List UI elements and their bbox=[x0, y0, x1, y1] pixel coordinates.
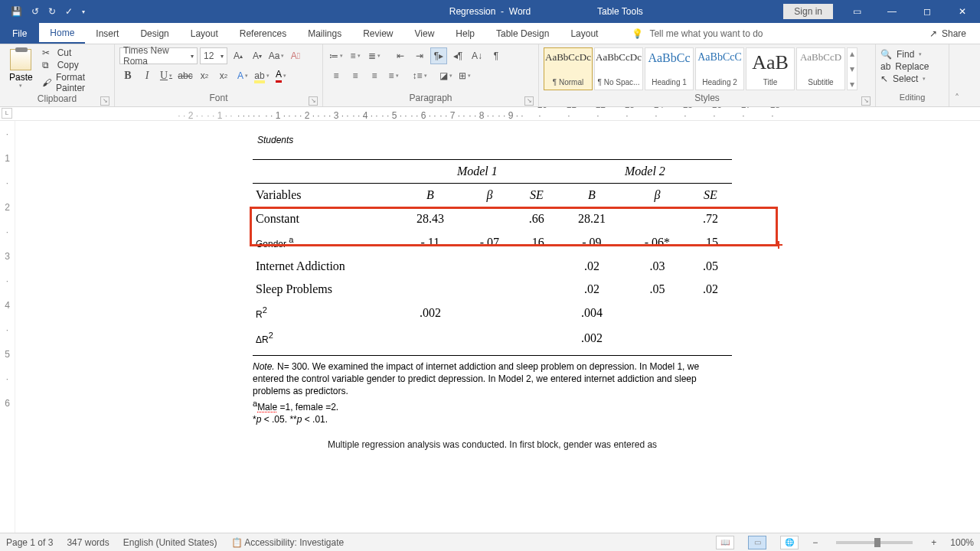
style-heading1[interactable]: AaBbCcHeading 1 bbox=[645, 47, 694, 90]
tab-insert[interactable]: Insert bbox=[85, 23, 129, 44]
maximize-icon[interactable]: ◻ bbox=[910, 0, 945, 23]
body-paragraph[interactable]: Multiple regression analysis was conduct… bbox=[253, 439, 732, 450]
tab-help[interactable]: Help bbox=[445, 23, 485, 44]
word-count[interactable]: 347 words bbox=[67, 537, 109, 548]
bullets-button[interactable]: ≔ bbox=[328, 47, 345, 64]
read-mode-button[interactable]: 📖 bbox=[716, 536, 734, 549]
tab-selector[interactable]: L bbox=[2, 108, 12, 119]
style-no-spacing[interactable]: AaBbCcDc¶ No Spac... bbox=[594, 47, 643, 90]
collapse-ribbon-button[interactable]: ˄ bbox=[949, 44, 965, 106]
tab-design[interactable]: Design bbox=[129, 23, 179, 44]
zoom-slider[interactable] bbox=[836, 541, 913, 544]
align-center-button[interactable]: ≡ bbox=[347, 67, 364, 84]
horizontal-ruler[interactable]: L · · 2 · ·· · 1 · · · · · · ·· · 1 · ··… bbox=[0, 107, 980, 121]
tellme-input[interactable]: Tell me what you want to do bbox=[649, 28, 763, 39]
tab-home[interactable]: Home bbox=[39, 23, 85, 44]
tab-references[interactable]: References bbox=[229, 23, 297, 44]
borders-button[interactable]: ⊞ bbox=[456, 67, 473, 84]
zoom-level[interactable]: 100% bbox=[950, 537, 974, 548]
decrease-indent-button[interactable]: ⇤ bbox=[392, 47, 409, 64]
redo-icon[interactable]: ↻ bbox=[48, 6, 56, 17]
tab-file[interactable]: File bbox=[0, 23, 39, 44]
justify-button[interactable]: ≡ bbox=[385, 67, 402, 84]
language-indicator[interactable]: English (United States) bbox=[123, 537, 217, 548]
replace-button[interactable]: abReplace bbox=[880, 61, 929, 72]
undo-icon[interactable]: ↺ bbox=[31, 6, 39, 17]
select-button[interactable]: ↖Select ▾ bbox=[880, 73, 926, 84]
line-spacing-button[interactable]: ↕≡ bbox=[411, 67, 428, 84]
align-left-button[interactable]: ≡ bbox=[328, 67, 345, 84]
minimize-icon[interactable]: — bbox=[874, 0, 910, 23]
copy-button[interactable]: ⧉Copy bbox=[42, 60, 109, 70]
save-icon[interactable]: 💾 bbox=[11, 6, 22, 17]
highlight-button[interactable]: ab bbox=[253, 67, 270, 84]
style-normal[interactable]: AaBbCcDc¶ Normal bbox=[544, 47, 593, 90]
font-name-select[interactable]: Times New Roma▾ bbox=[119, 47, 198, 64]
model2-header[interactable]: Model 2 bbox=[558, 160, 732, 184]
style-subtitle[interactable]: AaBbCcDSubtitle bbox=[796, 47, 845, 90]
paste-button[interactable]: Paste ▾ bbox=[5, 47, 38, 90]
tab-review[interactable]: Review bbox=[352, 23, 403, 44]
model1-header[interactable]: Model 1 bbox=[397, 160, 558, 184]
cut-button[interactable]: ✂Cut bbox=[42, 47, 109, 58]
font-color-button[interactable]: A bbox=[273, 67, 289, 84]
ltr-button[interactable]: ¶▸ bbox=[430, 47, 447, 64]
subscript-button[interactable]: x2 bbox=[196, 67, 213, 84]
font-dialog-icon[interactable]: ↘ bbox=[309, 96, 318, 106]
underline-button[interactable]: U bbox=[158, 67, 175, 84]
paragraph-dialog-icon[interactable]: ↘ bbox=[524, 96, 534, 106]
print-layout-button[interactable]: ▭ bbox=[748, 536, 766, 549]
share-button[interactable]: ↗ Share bbox=[929, 23, 966, 44]
page[interactable]: Students Model 1 Model 2 Variables B β S… bbox=[176, 121, 808, 465]
clear-formatting-button[interactable]: A⃠ bbox=[287, 47, 304, 64]
group-font: Times New Roma▾ 12▾ A▴ A▾ Aa A⃠ B I U ab… bbox=[115, 44, 323, 106]
multilevel-button[interactable]: ≣ bbox=[366, 47, 383, 64]
regression-table: Model 1 Model 2 Variables B β SE B β SE … bbox=[253, 159, 732, 350]
strike-button[interactable]: abc bbox=[177, 67, 194, 84]
font-size-select[interactable]: 12▾ bbox=[200, 47, 227, 64]
text-effects-button[interactable]: A bbox=[234, 67, 251, 84]
tab-layout[interactable]: Layout bbox=[180, 23, 229, 44]
tab-mailings[interactable]: Mailings bbox=[297, 23, 352, 44]
superscript-button[interactable]: x2 bbox=[215, 67, 232, 84]
increase-indent-button[interactable]: ⇥ bbox=[411, 47, 428, 64]
proofing-icon[interactable]: ✓ bbox=[65, 6, 73, 17]
change-case-button[interactable]: Aa bbox=[268, 47, 285, 64]
bold-button[interactable]: B bbox=[119, 67, 136, 84]
clipboard-dialog-icon[interactable]: ↘ bbox=[100, 96, 109, 106]
shading-button[interactable]: ◪ bbox=[437, 67, 454, 84]
document-workspace[interactable]: Students Model 1 Model 2 Variables B β S… bbox=[15, 121, 980, 533]
tellme-icon: 💡 bbox=[632, 28, 643, 39]
styles-dialog-icon[interactable]: ↘ bbox=[861, 96, 871, 106]
style-title[interactable]: AaBTitle bbox=[746, 47, 795, 90]
sign-in-button[interactable]: Sign in bbox=[783, 4, 833, 19]
tab-table-layout[interactable]: Layout bbox=[560, 23, 609, 44]
accessibility-status[interactable]: 📋 Accessibility: Investigate bbox=[231, 537, 345, 548]
styles-scroll[interactable]: ▴▾▾ bbox=[847, 47, 858, 90]
ribbon-display-icon[interactable]: ▭ bbox=[839, 0, 874, 23]
page-indicator[interactable]: Page 1 of 3 bbox=[6, 537, 53, 548]
shrink-font-button[interactable]: A▾ bbox=[249, 47, 266, 64]
close-icon[interactable]: ✕ bbox=[945, 0, 980, 23]
align-right-button[interactable]: ≡ bbox=[366, 67, 383, 84]
tab-view[interactable]: View bbox=[404, 23, 446, 44]
zoom-in-button[interactable]: + bbox=[931, 537, 936, 548]
col-variables[interactable]: Variables bbox=[253, 184, 397, 207]
find-button[interactable]: 🔍Find ▾ bbox=[880, 49, 922, 60]
grow-font-button[interactable]: A▴ bbox=[230, 47, 247, 64]
tab-table-design[interactable]: Table Design bbox=[485, 23, 560, 44]
zoom-out-button[interactable]: − bbox=[812, 537, 818, 548]
show-marks-button[interactable]: ¶ bbox=[488, 47, 505, 64]
qat-dropdown-icon[interactable]: ▾ bbox=[82, 8, 85, 15]
vertical-ruler[interactable]: ·1·2·3·4·5·6 bbox=[0, 121, 15, 533]
rtl-button[interactable]: ◂¶ bbox=[449, 47, 466, 64]
style-heading2[interactable]: AaBbCcCHeading 2 bbox=[695, 47, 744, 90]
format-painter-button[interactable]: 🖌Format Painter bbox=[42, 72, 109, 93]
quick-access-toolbar: 💾 ↺ ↻ ✓ ▾ bbox=[11, 6, 85, 17]
sort-button[interactable]: A↓ bbox=[469, 47, 485, 64]
doc-heading[interactable]: Students bbox=[257, 135, 732, 145]
italic-button[interactable]: I bbox=[139, 67, 155, 84]
table-note[interactable]: Note. N= 300. We examined the impact of … bbox=[253, 355, 732, 425]
web-layout-button[interactable]: 🌐 bbox=[780, 536, 799, 549]
numbering-button[interactable]: ≡ bbox=[347, 47, 364, 64]
